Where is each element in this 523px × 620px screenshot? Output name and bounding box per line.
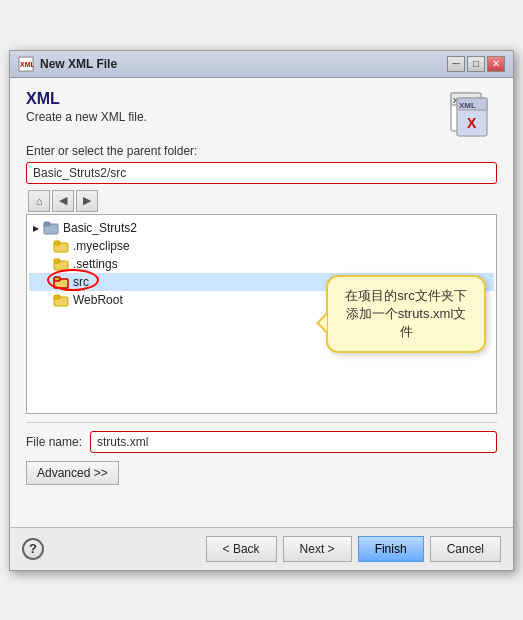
filename-label: File name:: [26, 435, 82, 449]
folder-settings-icon: [53, 257, 69, 271]
tree-item-label: Basic_Struts2: [63, 221, 137, 235]
svg-text:XML: XML: [20, 61, 34, 68]
svg-rect-18: [54, 295, 60, 299]
project-icon: [43, 221, 59, 235]
tree-settings-label: .settings: [73, 257, 118, 271]
up-home-button[interactable]: ⌂: [28, 190, 50, 212]
title-bar-left: XML New XML File: [18, 56, 117, 72]
section-info: XML Create a new XML file.: [26, 90, 147, 134]
folder-myeclipse-icon: [53, 239, 69, 253]
tooltip-text: 在项目的src文件夹下添加一个struts.xml文件: [345, 288, 466, 339]
tree-src-label: src: [73, 275, 89, 289]
title-bar: XML New XML File ─ □ ✕: [10, 51, 513, 78]
section-title: XML: [26, 90, 147, 108]
svg-text:X: X: [467, 115, 477, 131]
tooltip-bubble: 在项目的src文件夹下添加一个struts.xml文件: [326, 275, 486, 353]
section-description: Create a new XML file.: [26, 110, 147, 124]
maximize-button[interactable]: □: [467, 56, 485, 72]
folder-toolbar: ⌂ ◀ ▶: [26, 190, 497, 212]
filename-row: File name:: [26, 431, 497, 453]
back-nav-button[interactable]: < Back: [206, 536, 277, 562]
advanced-button[interactable]: Advanced >>: [26, 461, 119, 485]
window-controls: ─ □ ✕: [447, 56, 505, 72]
dialog-footer: ? < Back Next > Finish Cancel: [10, 527, 513, 570]
tree-myeclipse-label: .myeclipse: [73, 239, 130, 253]
finish-button[interactable]: Finish: [358, 536, 424, 562]
dialog-window: XML New XML File ─ □ ✕ XML Create a new …: [9, 50, 514, 571]
svg-rect-16: [54, 277, 60, 281]
svg-text:XML: XML: [459, 101, 476, 110]
folder-label: Enter or select the parent folder:: [26, 144, 497, 158]
bottom-spacer: [26, 485, 497, 515]
tree-item-myeclipse[interactable]: .myeclipse: [29, 237, 494, 255]
section-header: XML Create a new XML file. XML XML X: [26, 90, 497, 140]
help-button[interactable]: ?: [22, 538, 44, 560]
cancel-button[interactable]: Cancel: [430, 536, 501, 562]
tree-webroot-label: WebRoot: [73, 293, 123, 307]
tree-expand-icon: ▸: [33, 221, 39, 235]
close-button[interactable]: ✕: [487, 56, 505, 72]
footer-buttons: < Back Next > Finish Cancel: [206, 536, 501, 562]
footer-help: ?: [22, 538, 44, 560]
back-button[interactable]: ◀: [52, 190, 74, 212]
tree-item-settings[interactable]: .settings: [29, 255, 494, 273]
divider-1: [26, 422, 497, 423]
dialog-body: XML Create a new XML file. XML XML X: [10, 78, 513, 527]
advanced-section: Advanced >>: [26, 461, 497, 485]
tree-item-project[interactable]: ▸ Basic_Struts2: [29, 219, 494, 237]
minimize-button[interactable]: ─: [447, 56, 465, 72]
svg-rect-10: [44, 222, 50, 226]
xml-icon-svg: XML XML X: [447, 90, 497, 140]
next-nav-button[interactable]: Next >: [283, 536, 352, 562]
forward-button[interactable]: ▶: [76, 190, 98, 212]
folder-src-icon: [53, 275, 69, 289]
folder-webroot-icon: [53, 293, 69, 307]
filename-input[interactable]: [90, 431, 497, 453]
folder-tree: ▸ Basic_Struts2 .myeclipse: [26, 214, 497, 414]
svg-rect-14: [54, 259, 60, 263]
xml-title-icon: XML: [18, 56, 34, 72]
svg-rect-12: [54, 241, 60, 245]
window-title: New XML File: [40, 57, 117, 71]
folder-path-input[interactable]: [26, 162, 497, 184]
xml-file-icon: XML XML X: [447, 90, 497, 140]
